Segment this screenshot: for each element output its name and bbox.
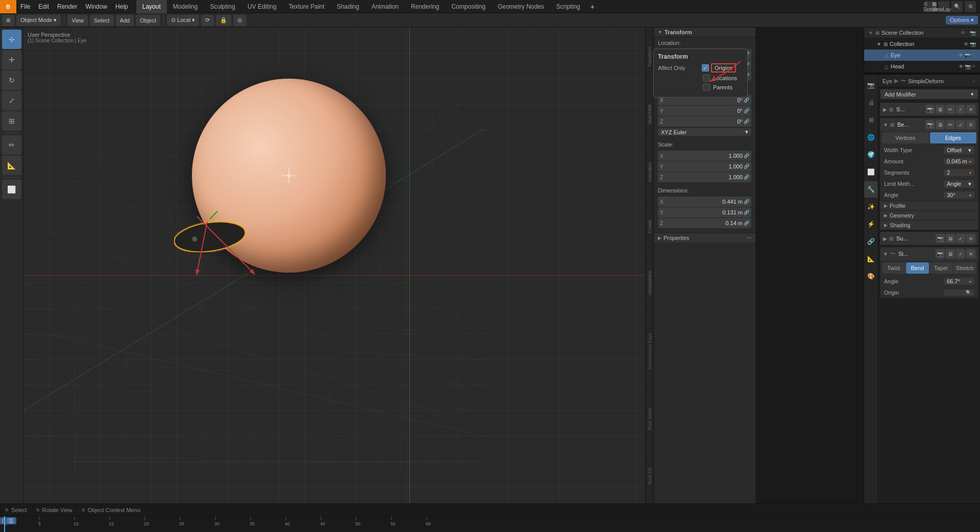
view-layer-selector[interactable]: ▦ ViewLayer: [938, 1, 949, 12]
tool-cursor[interactable]: ⊹: [2, 30, 21, 49]
mod1-close[interactable]: ✕: [966, 105, 975, 114]
search-btn[interactable]: 🔍: [951, 1, 963, 12]
ry-link[interactable]: 🔗: [744, 108, 749, 113]
tab-sculpting[interactable]: Sculpting: [204, 0, 241, 13]
amount-value[interactable]: 0.045 m ●: [944, 158, 974, 165]
object-btn[interactable]: Object: [136, 15, 160, 26]
menu-help[interactable]: Help: [111, 0, 132, 13]
tab-texture-paint[interactable]: Texture Paint: [283, 0, 331, 13]
scale-y-field[interactable]: Y 1.000 🔗: [658, 161, 751, 172]
nav-object[interactable]: ⬜: [864, 164, 878, 180]
nav-physics[interactable]: ⚡: [864, 216, 878, 232]
mod-si-cam[interactable]: 📷: [936, 249, 945, 258]
scale-x-field[interactable]: X 1.000 🔗: [658, 151, 751, 161]
tab-geometry-nodes[interactable]: Geometry Nodes: [492, 0, 550, 13]
view-btn[interactable]: View: [67, 15, 88, 26]
dx-link[interactable]: 🔗: [744, 199, 749, 204]
dim-x-field[interactable]: X 0.441 m 🔗: [658, 197, 751, 207]
edges-tab[interactable]: Edges: [930, 132, 977, 143]
options-btn[interactable]: Options ▾: [946, 16, 978, 25]
global-btn[interactable]: ⟳: [201, 15, 214, 26]
tab-animation[interactable]: Animation: [365, 0, 405, 13]
geometry-section[interactable]: ▶ Geometry: [880, 210, 978, 220]
deform-origin-value[interactable]: 🔍: [944, 289, 974, 296]
mod1-edit[interactable]: ✏: [946, 105, 955, 114]
nav-view-layer[interactable]: ⊞: [864, 112, 878, 128]
segments-value[interactable]: 2 ●: [944, 169, 974, 176]
mod-si-collapse[interactable]: ▼: [883, 251, 888, 257]
dy-link[interactable]: 🔗: [744, 210, 749, 215]
limit-meth-value[interactable]: Angle ▾: [944, 180, 974, 188]
mod2-render[interactable]: 🖥: [936, 120, 945, 129]
properties-section[interactable]: ▶ Properties •••: [654, 233, 755, 243]
head-eye-icon[interactable]: 👁: [959, 64, 964, 69]
menu-render[interactable]: Render: [53, 0, 81, 13]
col-eye-icon[interactable]: 👁: [964, 41, 969, 47]
outliner-head-item[interactable]: △ Head 👁 📷 ✕: [864, 61, 980, 72]
mod1-check[interactable]: ✓: [956, 105, 965, 114]
vertices-tab[interactable]: Vertices: [882, 132, 929, 143]
mod-si-close[interactable]: ✕: [966, 249, 975, 258]
bc-expand[interactable]: ⤢: [972, 79, 976, 84]
mod-si-check[interactable]: ✓: [956, 249, 965, 258]
profile-section[interactable]: ▶ Profile: [880, 201, 978, 210]
nav-particles[interactable]: ✨: [864, 199, 878, 215]
rx-link[interactable]: 🔗: [744, 98, 749, 103]
menu-edit[interactable]: Edit: [34, 0, 53, 13]
nav-scene[interactable]: 🌐: [864, 129, 878, 146]
add-workspace-btn[interactable]: +: [586, 0, 599, 13]
select-btn[interactable]: Select: [90, 15, 114, 26]
tool-move[interactable]: ✛: [2, 50, 21, 69]
tool-measure[interactable]: 📐: [2, 156, 21, 175]
tool-add[interactable]: ⬜: [2, 180, 21, 199]
deform-angle-value[interactable]: 66.7° ●: [944, 278, 974, 285]
bc-modifier[interactable]: SimpleDeform: [908, 78, 944, 84]
rotation-mode-select[interactable]: XYZ Euler ▾: [658, 128, 751, 136]
tool-transform[interactable]: ⊞: [2, 111, 21, 131]
timeline-body[interactable]: 0 5 10 15 20 25 30 35 40 45 50 55 60: [0, 516, 980, 532]
snap-btn[interactable]: 🔒: [216, 15, 231, 26]
tool-rotate[interactable]: ↻: [2, 70, 21, 90]
sc-eye[interactable]: 👁: [961, 30, 966, 36]
tab-compositing[interactable]: Compositing: [445, 0, 492, 13]
twist-tab[interactable]: Twist: [882, 262, 905, 274]
nav-material[interactable]: 🎨: [864, 268, 878, 284]
outliner-eye-item[interactable]: △ Eye 👁 📷 ✕: [864, 50, 980, 61]
mod1-cam[interactable]: 📷: [925, 105, 935, 114]
eye-filter-icon[interactable]: ✕: [972, 53, 976, 58]
rz-link[interactable]: 🔗: [744, 119, 749, 124]
local-btn[interactable]: ⊙ Local ▾: [167, 15, 199, 26]
eye-cam-icon[interactable]: 📷: [965, 53, 971, 58]
tool-scale[interactable]: ⤢: [2, 91, 21, 110]
mod2-collapse[interactable]: ▼: [883, 122, 888, 128]
nav-world[interactable]: 🌍: [864, 147, 878, 163]
mod1-collapse[interactable]: ▶: [883, 107, 887, 112]
dz-link[interactable]: 🔗: [744, 221, 749, 226]
nav-constraints[interactable]: 🔗: [864, 233, 878, 250]
stretch-tab[interactable]: Stretch: [953, 262, 977, 274]
parents-checkbox[interactable]: [703, 84, 710, 91]
mod2-check[interactable]: ✓: [956, 120, 965, 129]
mod2-close[interactable]: ✕: [966, 120, 975, 129]
object-mode-btn[interactable]: Object Mode ▾: [16, 15, 61, 26]
outliner-collection[interactable]: ▼ ⊞ Collection 👁 📷: [864, 38, 980, 50]
eye-eye-icon[interactable]: 👁: [959, 53, 964, 58]
mod2-edit[interactable]: ✏: [946, 120, 955, 129]
nav-render[interactable]: 📷: [864, 77, 878, 93]
sz-link[interactable]: 🔗: [744, 175, 749, 180]
menu-window[interactable]: Window: [81, 0, 111, 13]
mod2-cam[interactable]: 📷: [925, 120, 935, 129]
menu-file[interactable]: File: [16, 0, 34, 13]
nav-data[interactable]: 📐: [864, 251, 878, 267]
tool-annotate[interactable]: ✏: [2, 135, 21, 155]
origins-checkbox[interactable]: ✓: [702, 64, 709, 71]
sy-link[interactable]: 🔗: [744, 164, 749, 169]
head-filter-icon[interactable]: ✕: [972, 64, 976, 69]
sx-link[interactable]: 🔗: [744, 153, 749, 158]
tab-scripting[interactable]: Scripting: [550, 0, 586, 13]
col-cam-icon[interactable]: 📷: [970, 41, 976, 47]
mod-su-cam[interactable]: 📷: [936, 234, 945, 243]
mod1-render[interactable]: 🖥: [936, 105, 945, 114]
add-modifier-btn[interactable]: Add Modifier ▾: [880, 89, 978, 99]
add-btn[interactable]: Add: [116, 15, 134, 26]
